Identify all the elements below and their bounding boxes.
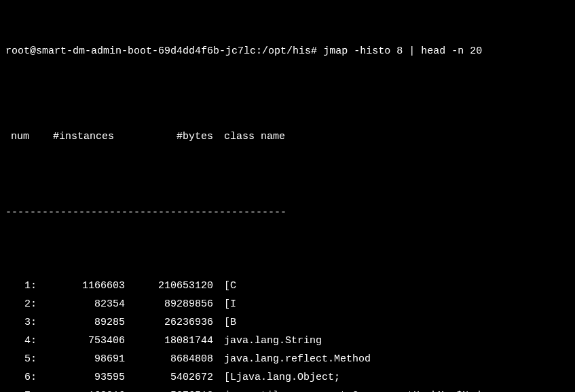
cell-num: 4: <box>5 332 39 350</box>
cell-bytes: 18081744 <box>128 332 216 350</box>
terminal-output[interactable]: root@smart-dm-admin-boot-69d4dd4f6b-jc7l… <box>5 5 570 392</box>
table-row: 3:8928526236936[B <box>5 313 570 332</box>
cell-bytes: 210653120 <box>128 277 216 295</box>
cell-class-name: [C <box>216 277 236 295</box>
cell-num: 7: <box>5 387 39 392</box>
prompt-line: root@smart-dm-admin-boot-69d4dd4f6b-jc7l… <box>5 42 570 60</box>
cell-class-name: java.util.concurrent.ConcurrentHashMap$N… <box>216 387 487 392</box>
cell-bytes: 5402672 <box>128 368 216 387</box>
header-bytes: #bytes <box>128 128 216 146</box>
cell-bytes: 89289856 <box>128 295 216 313</box>
prompt-path: /opt/his <box>262 45 311 57</box>
header-num: num <box>5 128 39 146</box>
command-text: jmap -histo 8 | head -n 20 <box>323 45 482 57</box>
table-row: 2:8235489289856[I <box>5 295 570 313</box>
cell-num: 3: <box>5 313 39 332</box>
cell-class-name: [B <box>216 313 236 332</box>
cell-instances: 753406 <box>39 332 128 350</box>
cell-num: 1: <box>5 277 39 295</box>
table-row: 7:1680165376512java.util.concurrent.Conc… <box>5 387 570 392</box>
cell-num: 2: <box>5 295 39 313</box>
table-row: 1:1166603210653120[C <box>5 277 570 295</box>
cell-bytes: 5376512 <box>128 387 216 392</box>
cell-instances: 98691 <box>39 350 128 368</box>
cell-num: 6: <box>5 368 39 387</box>
cell-class-name: java.lang.String <box>216 332 322 350</box>
cell-bytes: 8684808 <box>128 350 216 368</box>
cell-instances: 82354 <box>39 295 128 313</box>
cell-instances: 168016 <box>39 387 128 392</box>
prompt-user-host: root@smart-dm-admin-boot-69d4dd4f6b-jc7l… <box>5 45 256 57</box>
cell-num: 5: <box>5 350 39 368</box>
header-class-name: class name <box>216 128 285 146</box>
table-row: 5:986918684808java.lang.reflect.Method <box>5 350 570 368</box>
header-instances: #instances <box>39 128 128 146</box>
cell-instances: 89285 <box>39 313 128 332</box>
cell-instances: 1166603 <box>39 277 128 295</box>
cell-bytes: 26236936 <box>128 313 216 332</box>
cell-class-name: [Ljava.lang.Object; <box>216 368 340 387</box>
cell-class-name: java.lang.reflect.Method <box>216 350 371 368</box>
cell-instances: 93595 <box>39 368 128 387</box>
table-row: 6:935955402672[Ljava.lang.Object; <box>5 368 570 387</box>
prompt-symbol: # <box>311 45 317 57</box>
cell-class-name: [I <box>216 295 236 313</box>
table-header: num #instances #bytes class name <box>5 128 570 146</box>
separator-line: ----------------------------------------… <box>5 203 570 222</box>
histogram-table-body: 1:1166603210653120[C2:8235489289856[I3:8… <box>5 277 570 392</box>
table-row: 4:75340618081744java.lang.String <box>5 332 570 350</box>
